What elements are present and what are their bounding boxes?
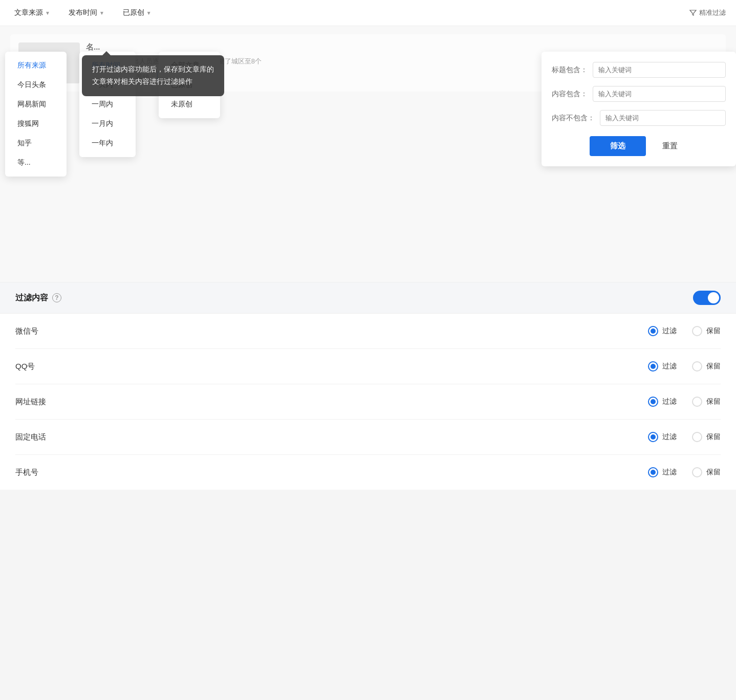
filter-row-phone: 固定电话 过滤 保留	[15, 420, 721, 455]
filter-row-qq: QQ号 过滤 保留	[15, 349, 721, 384]
url-radio-group: 过滤 保留	[648, 397, 721, 407]
qq-label: QQ号	[15, 362, 67, 371]
filter-content-rows: 微信号 过滤 保留 QQ号 过滤	[0, 314, 736, 490]
time-item-all[interactable]: 所有时间	[79, 56, 136, 75]
article-title: 名...	[86, 42, 718, 52]
original-filter-btn[interactable]: 已原创 ▼	[119, 5, 156, 20]
filter-row-wechat: 微信号 过滤 保留	[15, 314, 721, 349]
time-label: 发布时间	[69, 8, 97, 17]
source-item-all[interactable]: 所有来源	[5, 56, 67, 75]
source-item-zhihu[interactable]: 知乎	[5, 134, 67, 153]
qq-filter-option[interactable]: 过滤	[648, 361, 677, 371]
phone-filter-radio[interactable]	[648, 432, 658, 442]
source-filter-btn[interactable]: 文章来源 ▼	[10, 5, 54, 20]
precise-filter-btn[interactable]: 精准过滤	[689, 8, 726, 17]
source-item-toutiao[interactable]: 今日头条	[5, 75, 67, 95]
top-filter-bar: 文章来源 ▼ 发布时间 ▼ 已原创 ▼ 精准过滤	[0, 0, 736, 26]
filter-icon	[689, 9, 697, 17]
content-filter-label: 内容包含：	[552, 90, 588, 99]
filter-section-header: 过滤内容 ?	[0, 282, 736, 314]
url-keep-option[interactable]: 保留	[692, 397, 721, 407]
source-dropdown[interactable]: 所有来源 今日头条 网易新闻 搜狐网 知乎 等...	[5, 52, 67, 177]
original-item-yes[interactable]: 已原创	[159, 75, 220, 95]
filter-title-text: 过滤内容	[15, 293, 48, 303]
phone-filter-option[interactable]: 过滤	[648, 432, 677, 442]
title-filter-row: 标题包含：	[552, 62, 726, 78]
url-label: 网址链接	[15, 397, 67, 407]
wechat-label: 微信号	[15, 326, 67, 336]
qq-keep-option[interactable]: 保留	[692, 361, 721, 371]
time-dropdown[interactable]: 所有时间 一天内 一周内 一月内 一年内	[79, 52, 136, 157]
phone-keep-radio[interactable]	[692, 432, 702, 442]
filter-actions: 筛选 重置	[552, 136, 726, 156]
url-filter-option[interactable]: 过滤	[648, 397, 677, 407]
time-item-week[interactable]: 一周内	[79, 95, 136, 114]
source-item-wangyi[interactable]: 网易新闻	[5, 95, 67, 114]
time-item-year[interactable]: 一年内	[79, 134, 136, 153]
source-label: 文章来源	[14, 8, 43, 17]
filter-text: 过滤	[662, 326, 677, 336]
precise-filter-label: 精准过滤	[699, 8, 726, 17]
wechat-filter-option[interactable]: 过滤	[648, 326, 677, 336]
time-filter-btn[interactable]: 发布时间 ▼	[64, 5, 109, 20]
time-item-day[interactable]: 一天内	[79, 75, 136, 95]
original-arrow-icon: ▼	[146, 10, 151, 16]
time-arrow-icon: ▼	[99, 10, 104, 16]
original-label: 已原创	[123, 8, 144, 17]
right-filter-panel: 标题包含： 内容包含： 内容不包含： 筛选 重置	[542, 52, 736, 166]
wechat-keep-radio[interactable]	[692, 326, 702, 336]
wechat-filter-radio[interactable]	[648, 326, 658, 336]
mobile-radio-group: 过滤 保留	[648, 467, 721, 477]
exclude-filter-input[interactable]	[600, 110, 726, 126]
marketing-label: 营销	[137, 73, 149, 81]
wechat-keep-option[interactable]: 保留	[692, 326, 721, 336]
content-area: 名... 士投入运营，外出人员逐步增...批准宜昌市恢复了城区至8个 显看全文	[0, 26, 736, 282]
url-keep-radio[interactable]	[692, 397, 702, 407]
title-filter-label: 标题包含：	[552, 65, 588, 75]
original-item-no[interactable]: 未原创	[159, 95, 220, 114]
filter-row-mobile: 手机号 过滤 保留	[15, 455, 721, 490]
exclude-filter-label: 内容不包含：	[552, 114, 595, 123]
mobile-keep-option[interactable]: 保留	[692, 467, 721, 477]
exclude-filter-row: 内容不包含：	[552, 110, 726, 126]
mobile-filter-option[interactable]: 过滤	[648, 467, 677, 477]
apply-filter-button[interactable]: 筛选	[590, 136, 646, 156]
source-arrow-icon: ▼	[45, 10, 50, 16]
source-item-more[interactable]: 等...	[5, 153, 67, 172]
filter-content-section: 过滤内容 ? 打开过滤内容功能后，保存到文章库的文章将对相关内容进行过滤操作 微…	[0, 282, 736, 490]
original-item-all[interactable]: 全部文章	[159, 56, 220, 75]
original-dropdown[interactable]: 全部文章 已原创 未原创	[159, 52, 220, 118]
qq-keep-radio[interactable]	[692, 361, 702, 371]
mobile-keep-radio[interactable]	[692, 467, 702, 477]
qq-filter-radio[interactable]	[648, 361, 658, 371]
content-filter-row: 内容包含：	[552, 86, 726, 102]
content-filter-input[interactable]	[593, 86, 726, 102]
keep-text: 保留	[706, 326, 721, 336]
reset-filter-button[interactable]: 重置	[652, 136, 688, 156]
filter-section-title: 过滤内容 ?	[15, 293, 61, 303]
wechat-radio-group: 过滤 保留	[648, 326, 721, 336]
mobile-label: 手机号	[15, 468, 67, 477]
url-filter-radio[interactable]	[648, 397, 658, 407]
filter-row-url: 网址链接 过滤 保留	[15, 384, 721, 420]
phone-keep-option[interactable]: 保留	[692, 432, 721, 442]
title-filter-input[interactable]	[593, 62, 726, 78]
time-item-month[interactable]: 一月内	[79, 114, 136, 134]
mobile-filter-radio[interactable]	[648, 467, 658, 477]
filter-toggle-switch[interactable]	[693, 291, 721, 305]
phone-label: 固定电话	[15, 432, 67, 442]
phone-radio-group: 过滤 保留	[648, 432, 721, 442]
source-item-sohu[interactable]: 搜狐网	[5, 114, 67, 134]
help-icon[interactable]: ?	[52, 293, 61, 302]
qq-radio-group: 过滤 保留	[648, 361, 721, 371]
